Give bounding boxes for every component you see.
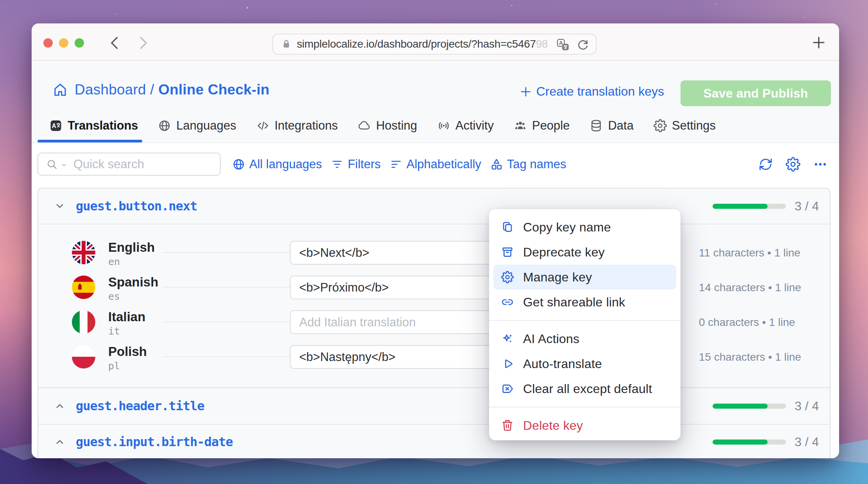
reload-icon[interactable] [576, 38, 589, 52]
tab-people[interactable]: People [514, 119, 570, 133]
key-name[interactable]: guest.button.next [76, 199, 197, 214]
key-name[interactable]: guest.header.title [76, 399, 204, 413]
tab-translations[interactable]: A Translations [49, 119, 138, 133]
category-icon [490, 158, 503, 171]
zoom-window-button[interactable] [75, 38, 84, 48]
flag-spain-icon [72, 276, 95, 299]
key-row-guest-header-title[interactable]: guest.header.title 3 / 4 [38, 388, 830, 425]
key-row-guest-input-birth-date[interactable]: guest.input.birth-date 3 / 4 [38, 425, 830, 458]
menu-item-get-shareable-link[interactable]: Get shareable link [493, 290, 676, 315]
gear-icon [654, 119, 667, 132]
lock-icon [280, 38, 292, 50]
language-code: en [108, 256, 120, 267]
all-languages-filter[interactable]: All languages [232, 157, 322, 171]
key-row-guest-button-next[interactable]: guest.button.next 3 / 4 [38, 189, 830, 224]
flag-italy-icon [72, 310, 95, 334]
tab-data[interactable]: Data [589, 119, 633, 133]
progress-count: 3 / 4 [795, 435, 816, 449]
translations-icon: A [49, 119, 63, 132]
translation-row-polish: Polish pl <b>Następny</b> 15 characters … [38, 345, 830, 369]
progress-bar [713, 204, 786, 209]
desktop-wallpaper: simplelocalize.io/dashboard/projects/?ha… [0, 0, 868, 484]
translation-row-english: English en <b>Next</b> 11 characters • 1… [38, 241, 830, 265]
expand-icon[interactable] [55, 401, 65, 411]
play-icon [501, 358, 514, 370]
activity-icon [437, 119, 450, 132]
save-and-publish-button[interactable]: Save and Publish [680, 80, 831, 106]
settings-button[interactable] [786, 157, 800, 172]
tab-hosting[interactable]: Hosting [358, 119, 417, 133]
breadcrumb-dashboard-link[interactable]: Dashboard / [75, 82, 154, 98]
refresh-button[interactable] [758, 157, 773, 172]
progress-bar [713, 440, 786, 445]
globe-icon [158, 119, 171, 132]
flag-poland-icon [72, 345, 95, 368]
menu-item-delete-key[interactable]: Delete key [493, 413, 676, 438]
filters-button[interactable]: Filters [330, 157, 380, 171]
progress-bar [713, 404, 786, 409]
menu-item-ai-actions[interactable]: AI Actions [493, 326, 676, 351]
expand-icon[interactable] [55, 437, 65, 447]
connector-line [163, 322, 290, 322]
trash-icon [501, 419, 514, 432]
forward-button[interactable] [134, 34, 151, 52]
menu-item-clear-all-except-default[interactable]: Clear all except default [493, 376, 676, 401]
more-options-button[interactable] [813, 157, 828, 172]
menu-item-copy-key-name[interactable]: Copy key name [493, 215, 676, 240]
back-button[interactable] [107, 34, 124, 52]
connector-line [163, 252, 290, 253]
search-input[interactable]: Quick search [38, 153, 221, 176]
menu-item-deprecate-key[interactable]: Deprecate key [493, 240, 676, 265]
tab-bar: A Translations Languages Integrations [49, 114, 716, 137]
copy-icon [501, 221, 514, 233]
menu-divider [489, 407, 680, 407]
character-count: 14 characters • 1 line [699, 281, 801, 294]
cloud-icon [358, 119, 371, 132]
create-translation-keys-button[interactable]: Create translation keys [519, 84, 664, 99]
address-bar[interactable]: simplelocalize.io/dashboard/projects/?ha… [272, 34, 597, 55]
character-count: 15 characters • 1 line [699, 351, 801, 363]
menu-divider [489, 320, 680, 321]
globe-icon [232, 158, 245, 171]
gear-icon [501, 271, 514, 283]
language-name: Polish [108, 344, 147, 359]
progress-count: 3 / 4 [795, 199, 816, 214]
sort-alphabetically-button[interactable]: Alphabetically [389, 157, 481, 171]
language-name: English [108, 240, 155, 255]
clear-icon [501, 383, 514, 395]
menu-item-auto-translate[interactable]: Auto-translate [493, 351, 676, 376]
active-tab-underline [38, 140, 142, 142]
plus-icon [519, 85, 532, 98]
tab-settings[interactable]: Settings [654, 119, 716, 133]
translation-keys-list: guest.button.next 3 / 4 [38, 188, 830, 458]
search-icon [46, 158, 58, 170]
collapse-icon[interactable] [55, 201, 65, 211]
database-icon [589, 119, 603, 132]
tab-languages[interactable]: Languages [158, 119, 236, 133]
search-caret-icon [60, 161, 68, 169]
character-count: 11 characters • 1 line [699, 247, 800, 259]
tag-names-button[interactable]: Tag names [490, 157, 566, 171]
language-name: Italian [108, 310, 145, 324]
dashboard-page: Dashboard / Online Check-in Create trans… [32, 62, 839, 458]
tab-integrations[interactable]: Integrations [256, 119, 338, 133]
sparkles-icon [501, 333, 514, 345]
archive-icon [501, 246, 514, 258]
svg-text:A: A [52, 123, 56, 129]
flag-united-kingdom-icon [72, 241, 95, 264]
key-name[interactable]: guest.input.birth-date [76, 434, 233, 449]
language-code: pl [108, 360, 120, 372]
menu-item-manage-key[interactable]: Manage key [493, 265, 676, 290]
code-icon [256, 119, 270, 132]
breadcrumb: Dashboard / Online Check-in [52, 80, 270, 100]
translate-page-icon[interactable]: A [556, 38, 570, 52]
sort-icon [389, 158, 403, 171]
close-window-button[interactable] [43, 38, 53, 48]
home-icon[interactable] [52, 82, 68, 98]
toolbar: Quick search All languages Filters Alpha… [32, 144, 839, 188]
new-tab-button[interactable] [811, 34, 827, 51]
minimize-window-button[interactable] [59, 38, 68, 48]
tab-activity[interactable]: Activity [437, 119, 494, 133]
browser-window: simplelocalize.io/dashboard/projects/?ha… [32, 23, 839, 458]
breadcrumb-project-name[interactable]: Online Check-in [158, 82, 270, 98]
